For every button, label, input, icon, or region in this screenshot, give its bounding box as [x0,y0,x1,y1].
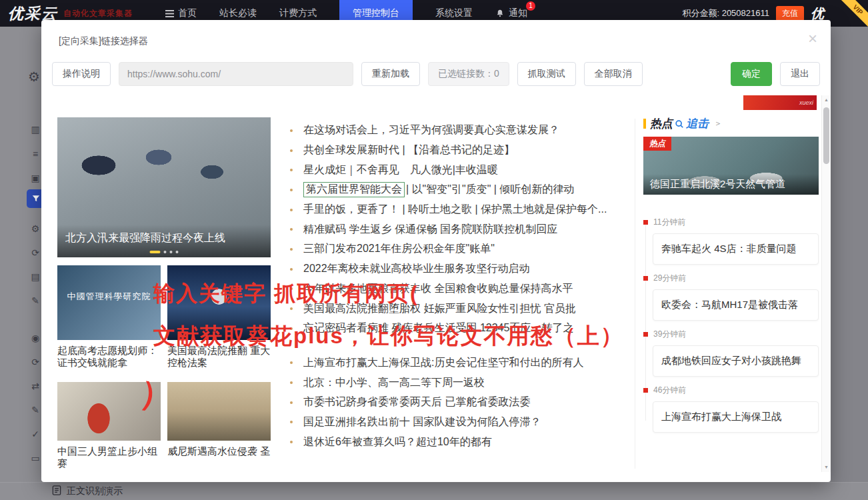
edit-icon[interactable]: ✎ [29,404,41,416]
thumbnail-link[interactable]: 中国三人男篮止步小组赛 [57,382,161,469]
timeline-time: 39分钟前 [653,329,686,340]
bullet-dot [290,381,293,384]
bullet-dot [290,421,293,423]
vip-ribbon[interactable]: VIP [835,0,868,33]
bullet-dot [290,228,293,231]
timeline-time: 11分钟前 [653,217,685,228]
points-balance: 积分金额: 2050821611 [682,7,769,19]
banner-text: xuexi [799,99,813,106]
news-link[interactable]: 精准赋码 学生返乡 保通保畅 国务院联防联控机制回应 [290,219,635,239]
users-icon[interactable]: ◉ [29,332,41,344]
thumbnail-link[interactable]: 美国最高法院推翻 重大控枪法案 [167,265,271,369]
bullet-dot [290,268,293,271]
swap-icon[interactable]: ⇄ [29,380,41,392]
timeline-news-card[interactable]: 欧委会：马航MH17是被俄击落 [653,289,819,321]
vertical-scrollbar[interactable]: ▲ ▼ [821,95,831,472]
basketball-image[interactable] [57,382,161,441]
hotspot-top-image[interactable]: 热点 德国正重启北溪2号天然气管道 [643,137,819,195]
thumbnail-link[interactable]: 威尼斯遇高水位侵袭 圣 [167,382,271,469]
menu-icon [165,9,174,18]
scroll-up-arrow[interactable]: ▲ [822,95,831,105]
news-link[interactable]: 今年以来多地夏粮喜获丰收 全国粮食收购总量保持高水平 [290,279,635,299]
sidebar-item-content-recognition-demo[interactable]: 正文识别演示 [52,485,123,497]
news-title: 在这场对话会上，习近平为何强调要真心实意谋发展？ [303,123,559,137]
timeline-news-card[interactable]: 上海宣布打赢大上海保卫战 [653,401,819,433]
carousel-dot[interactable] [176,251,179,253]
timeline-head: 46分钟前 [643,385,819,396]
news-title: 国足亚洲排名跌出前十 国家队建设为何陷入停滞？ [303,415,541,429]
news-link[interactable]: 星火成炬｜不舍再见 凡人微光|丰收温暖 [290,160,635,180]
bar-chart-icon[interactable]: ▥ [29,123,41,135]
cancel-all-button[interactable]: 全部取消 [584,62,643,86]
news-link[interactable]: 退休近6年被查算久吗？超过10年的都有 [290,432,635,452]
lock-icon[interactable]: ▣ [29,172,41,184]
news-link[interactable]: 手里的饭，更香了！ | 聆听土地之歌 | 保护黑土地就是保护每个... [290,200,635,220]
hotspot-header[interactable]: 热点 追击 ＞ [643,116,722,131]
check-icon[interactable]: ✓ [29,428,41,440]
thumbnail-grid: 中國管理科學研究院起底高考志愿规划师：证书交钱就能拿美国最高法院推翻 重大控枪法… [57,265,272,469]
news-headline-list: 在这场对话会上，习近平为何强调要真心实意谋发展？共创全球发展新时代 | 【沿着总… [290,121,635,452]
carousel-dots[interactable] [150,251,179,253]
nav-item-label: 管理控制台 [353,7,399,19]
reload-button[interactable]: 重新加载 [361,62,420,86]
nav-item-label: 计费方式 [279,7,317,19]
link-selector-dialog: [定向采集]链接选择器 × 操作说明 重新加载 已选链接数：0 抓取测试 全部取… [41,20,831,482]
news-title: 星火成炬｜不舍再见 凡人微光|丰收温暖 [303,163,498,177]
dialog-title: [定向采集]链接选择器 [59,35,148,46]
venice-image[interactable] [167,382,271,441]
refresh-icon[interactable]: ⟳ [29,356,41,368]
yellow-bar [643,119,646,129]
selected-links-count: 已选链接数：0 [428,62,509,86]
timeline-news-card[interactable]: 成都地铁回应女子对小孩跳艳舞 [653,345,819,377]
bullet-dot [290,248,293,251]
scroll-down-arrow[interactable]: ▼ [822,463,831,472]
news-link[interactable]: 第六届世界智能大会 | 以"智变"引"质变" | 倾听创新的律动 [290,180,635,200]
gear-icon[interactable]: ⚙ [29,223,41,235]
confirm-button[interactable]: 确定 [731,62,772,86]
grab-test-button[interactable]: 抓取测试 [517,62,576,86]
carousel-dot[interactable] [164,251,167,253]
news-link[interactable]: 在这场对话会上，习近平为何强调要真心实意谋发展？ [290,121,635,141]
news-title: 三部门发布2021年住房公积金年度"账单" [303,242,495,256]
list-icon[interactable]: ≡ [29,148,41,160]
recharge-button[interactable]: 充值 [776,6,804,21]
layers-icon[interactable]: ▤ [29,271,41,283]
timeline-item: 11分钟前奔驰车起火 4S店：非质量问题 [643,217,819,265]
carousel-dot[interactable] [170,251,173,253]
news-link[interactable]: 忘记密码者看病难 残疾老兵生活受困 12345不应一转了之 [290,319,635,339]
news-link[interactable]: 共创全球发展新时代 | 【沿着总书记的足迹】 [290,141,635,161]
capitol-image[interactable] [167,265,271,340]
bottom-strip [0,482,868,500]
timeline-head: 29分钟前 [643,273,819,284]
nav-item-label: 站长必读 [219,7,257,19]
academy-image[interactable]: 中國管理科學研究院 [57,265,161,340]
document-icon [52,485,61,497]
news-link[interactable]: 市委书记跻身省委常委两天后 已掌舵省委政法委 [290,393,635,413]
exit-button[interactable]: 退出 [780,62,820,86]
hero-carousel-image[interactable]: 北方入汛来最强降雨过程今夜上线 [57,117,271,257]
news-link[interactable]: 国足亚洲排名跌出前十 国家队建设为何陷入停滞？ [290,413,635,433]
nav-item-label: 系统设置 [435,7,473,19]
news-link[interactable]: 上海宣布打赢大上海保卫战:历史会记住坚守和付出的所有人 [290,353,635,373]
scrollbar-thumb[interactable] [823,107,829,164]
dialog-body: 北方入汛来最强降雨过程今夜上线 中國管理科學研究院起底高考志愿规划师：证书交钱就… [41,95,831,472]
edit-icon[interactable]: ✎ [29,295,41,307]
url-input[interactable] [119,62,353,86]
refresh-icon[interactable]: ⟳ [29,247,41,259]
carousel-dot-active[interactable] [150,251,161,253]
news-title: 共创全球发展新时代 | 【沿着总书记的足迹】 [303,143,515,157]
red-square-bullet [643,332,648,337]
gear-icon[interactable]: ⚙ [28,71,40,83]
help-button[interactable]: 操作说明 [52,62,111,86]
news-link[interactable]: 三部门发布2021年住房公积金年度"账单" [290,239,635,259]
news-link[interactable]: 美国最高法院推翻堕胎权 妊娠严重风险女性引担忧 官员批 [290,299,635,319]
chevron-right-icon: ＞ [714,118,722,129]
selected-link-box[interactable]: 第六届世界智能大会 [303,182,405,197]
news-link[interactable]: 北京：中小学、高一高二等下周一返校 [290,373,635,393]
news-link[interactable]: 2022年离校未就业高校毕业生服务攻坚行动启动 [290,259,635,279]
timeline-news-card[interactable]: 奔驰车起火 4S店：非质量问题 [653,233,819,265]
thumbnail-link[interactable]: 中國管理科學研究院起底高考志愿规划师：证书交钱就能拿 [57,265,161,369]
promo-banner[interactable]: xuexi [743,95,817,110]
monitor-icon[interactable]: ▭ [29,452,41,464]
close-icon[interactable]: × [808,31,817,47]
